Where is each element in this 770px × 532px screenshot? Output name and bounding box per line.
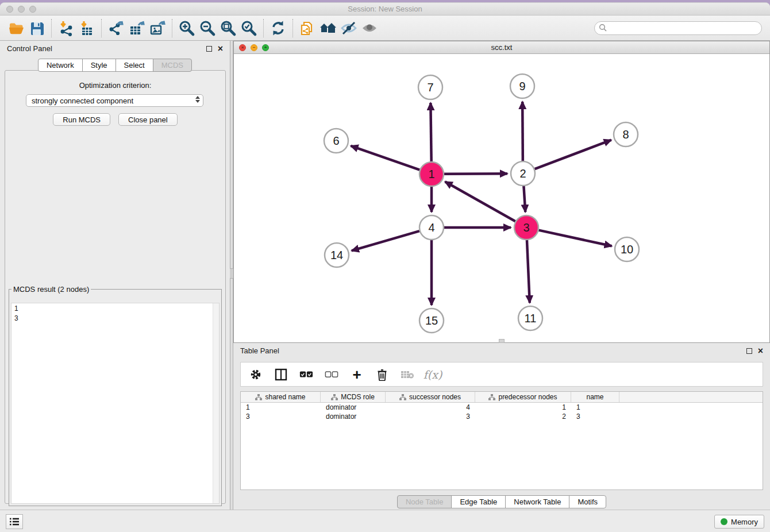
traffic-lights: [6, 6, 36, 13]
table-cell[interactable]: dominator: [321, 412, 386, 421]
tab-motifs[interactable]: Motifs: [569, 495, 606, 508]
deselect-all-columns-icon[interactable]: [325, 368, 338, 381]
toolbar-separator: [101, 19, 102, 37]
table-cell[interactable]: dominator: [321, 403, 386, 412]
table-row[interactable]: 3dominator323: [241, 412, 763, 421]
memory-button[interactable]: Memory: [714, 515, 764, 529]
run-mcds-button[interactable]: Run MCDS: [53, 113, 110, 126]
network-zoom-icon[interactable]: +: [262, 44, 269, 51]
zoom-in-icon[interactable]: [176, 18, 197, 38]
result-scrollbar[interactable]: [213, 303, 219, 503]
graph-node-label: 15: [425, 314, 438, 327]
select-all-columns-icon[interactable]: [299, 368, 313, 381]
graph-edge-1-2[interactable]: [444, 174, 507, 174]
table-settings-gear-icon[interactable]: [249, 368, 263, 381]
graph-node-label: 14: [330, 249, 343, 261]
toggle-birds-eye-icon[interactable]: [338, 18, 359, 38]
column-header-label: shared name: [265, 393, 305, 401]
zoom-window-icon[interactable]: [29, 6, 36, 13]
tab-edge-table[interactable]: Edge Table: [451, 495, 506, 508]
task-history-button[interactable]: [6, 514, 23, 529]
column-header-name[interactable]: name: [571, 392, 619, 402]
refresh-view-icon[interactable]: [268, 18, 288, 38]
tab-network[interactable]: Network: [38, 59, 83, 72]
tab-style[interactable]: Style: [82, 59, 116, 72]
status-bar: Memory: [0, 510, 770, 532]
table-cell[interactable]: 3: [241, 412, 321, 421]
hierarchy-icon: [255, 394, 262, 400]
mcds-result-title: MCDS result (2 nodes): [11, 285, 91, 294]
table-cell[interactable]: 1: [571, 403, 619, 412]
save-session-icon[interactable]: [26, 18, 47, 38]
zoom-selected-icon[interactable]: [238, 18, 259, 38]
tab-network-table[interactable]: Network Table: [505, 495, 569, 508]
network-minimize-icon[interactable]: −: [251, 44, 257, 51]
search-box[interactable]: [594, 21, 762, 35]
function-builder-icon[interactable]: f(x): [426, 368, 440, 381]
close-panel-icon[interactable]: ×: [218, 46, 223, 52]
graph-edge-3-11[interactable]: [527, 240, 530, 303]
float-table-panel-icon[interactable]: [746, 348, 752, 354]
table-cell[interactable]: 2: [475, 412, 571, 421]
zoom-out-icon[interactable]: [197, 18, 218, 38]
preview-eye-icon[interactable]: [359, 18, 380, 38]
graph-edge-2-8[interactable]: [535, 140, 611, 169]
toolbar-separator: [172, 19, 172, 37]
delete-table-icon[interactable]: [401, 368, 414, 381]
export-image-icon[interactable]: [147, 18, 168, 38]
graph-edge-3-10[interactable]: [538, 230, 611, 246]
graph-node-label: 11: [525, 312, 537, 325]
memory-label: Memory: [731, 518, 758, 526]
export-network-icon[interactable]: [106, 18, 126, 38]
float-panel-icon[interactable]: [206, 46, 212, 52]
delete-column-trash-icon[interactable]: [375, 368, 389, 381]
column-header-successor-nodes[interactable]: successor nodes: [386, 392, 475, 402]
column-header-label: successor nodes: [409, 393, 461, 401]
optimization-criterion-label: Optimization criterion:: [5, 81, 225, 90]
graph-node-label: 4: [428, 221, 434, 234]
toggle-column-panel-icon[interactable]: [274, 368, 288, 381]
import-table-icon[interactable]: [76, 18, 97, 38]
close-window-icon[interactable]: [6, 6, 13, 13]
home-icon[interactable]: [318, 18, 338, 38]
tab-select[interactable]: Select: [116, 59, 153, 72]
column-header-shared-name[interactable]: shared name: [241, 392, 321, 402]
table-cell[interactable]: 4: [386, 403, 475, 412]
graph-edge-3-1[interactable]: [445, 182, 515, 221]
table-cell[interactable]: 1: [241, 403, 321, 412]
network-canvas[interactable]: 7968124314101511: [234, 54, 769, 342]
graph-edge-1-7[interactable]: [430, 103, 431, 161]
network-close-icon[interactable]: ×: [239, 44, 246, 51]
graph-node-label: 7: [427, 81, 433, 94]
tab-mcds[interactable]: MCDS: [153, 59, 192, 72]
graph-edge-2-3[interactable]: [523, 186, 525, 212]
column-header-label: predecessor nodes: [498, 393, 557, 401]
close-panel-button[interactable]: Close panel: [118, 113, 178, 126]
graph-edge-2-9[interactable]: [522, 102, 523, 161]
column-header-predecessor-nodes[interactable]: predecessor nodes: [475, 392, 571, 402]
table-cell[interactable]: 1: [475, 403, 571, 412]
table-cell[interactable]: 3: [571, 412, 619, 421]
control-panel: Control Panel × Network Style Select MCD…: [0, 41, 230, 510]
application-window: Session: New Session: [0, 2, 770, 532]
create-column-icon[interactable]: +: [350, 368, 364, 381]
tab-node-table[interactable]: Node Table: [397, 495, 452, 508]
minimize-window-icon[interactable]: [18, 6, 25, 13]
open-session-icon[interactable]: [6, 18, 26, 38]
table-cell[interactable]: 3: [386, 412, 475, 421]
clone-network-icon[interactable]: [297, 18, 318, 38]
hierarchy-icon: [399, 394, 406, 400]
close-table-panel-icon[interactable]: ×: [758, 348, 763, 354]
search-icon: [599, 24, 607, 32]
graph-node-label: 6: [333, 134, 339, 147]
import-network-icon[interactable]: [56, 18, 76, 38]
table-row[interactable]: 1dominator411: [241, 403, 763, 412]
graph-edge-4-14[interactable]: [352, 231, 419, 250]
horizontal-splitter-grip[interactable]: [499, 339, 505, 343]
zoom-fit-icon[interactable]: [218, 18, 238, 38]
export-table-icon[interactable]: [126, 18, 147, 38]
graph-edge-1-6[interactable]: [351, 146, 419, 170]
column-header-MCDS-role[interactable]: MCDS role: [321, 392, 386, 402]
search-input[interactable]: [607, 24, 761, 32]
optimization-criterion-select[interactable]: strongly connected component: [26, 94, 203, 107]
